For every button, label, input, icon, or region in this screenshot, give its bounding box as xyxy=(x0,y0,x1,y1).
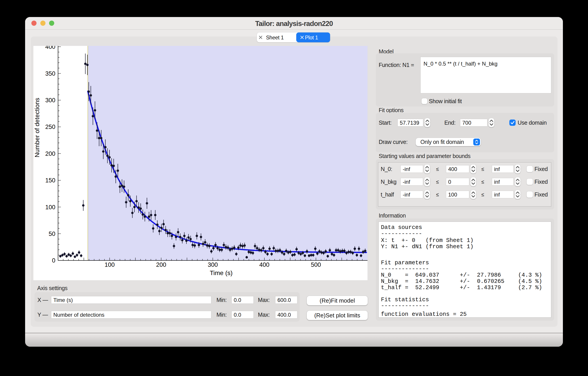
svg-text:150: 150 xyxy=(45,177,55,184)
svg-text:Time (s): Time (s) xyxy=(210,270,233,276)
svg-text:250: 250 xyxy=(45,124,55,130)
svg-text:300: 300 xyxy=(45,97,55,104)
svg-text:200: 200 xyxy=(156,261,166,268)
svg-text:50: 50 xyxy=(49,230,55,237)
svg-text:350: 350 xyxy=(45,70,55,77)
svg-text:200: 200 xyxy=(45,150,55,157)
svg-text:Number of detections: Number of detections xyxy=(34,98,41,157)
svg-text:0: 0 xyxy=(52,257,55,264)
svg-text:300: 300 xyxy=(208,261,218,268)
svg-text:100: 100 xyxy=(105,261,115,268)
svg-text:100: 100 xyxy=(45,204,55,211)
svg-text:500: 500 xyxy=(311,261,321,268)
svg-text:400: 400 xyxy=(45,46,55,50)
svg-text:400: 400 xyxy=(259,261,269,268)
